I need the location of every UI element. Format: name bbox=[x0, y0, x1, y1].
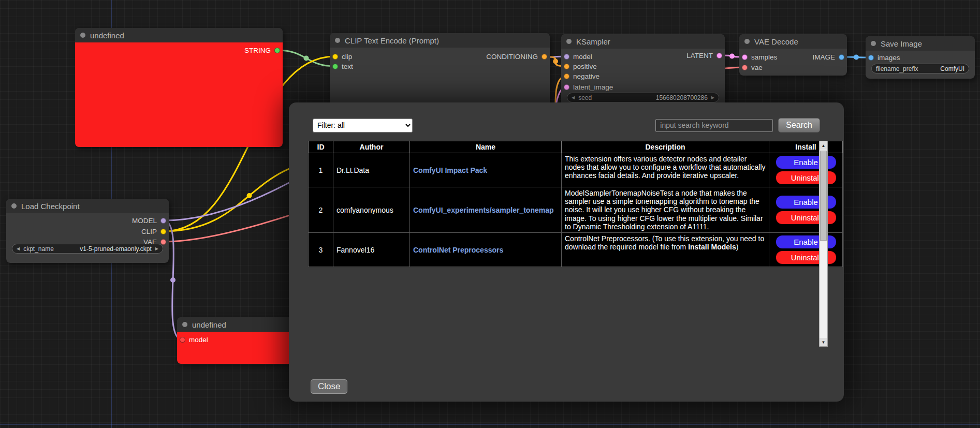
link-midpoint-dot bbox=[854, 55, 859, 60]
node-load-checkpoint[interactable]: Load CheckpointMODELCLIPVAE◀ckpt_namev1-… bbox=[6, 199, 169, 263]
extension-name-link[interactable]: ComfyUI_experiments/sampler_tonemap bbox=[413, 206, 554, 214]
collapse-dot-icon[interactable] bbox=[566, 39, 572, 44]
install-button-stack: EnableUninstall bbox=[772, 155, 839, 185]
latent_image-input-dot[interactable] bbox=[564, 84, 569, 90]
ckpt_name-widget[interactable]: ◀ckpt_namev1-5-pruned-emaonly.ckpt▶ bbox=[12, 244, 163, 254]
filter-select[interactable]: Filter: all bbox=[313, 119, 413, 132]
collapse-dot-icon[interactable] bbox=[871, 41, 876, 46]
node-title-bar[interactable]: Save Image bbox=[866, 36, 975, 51]
search-input[interactable] bbox=[655, 119, 773, 132]
manager-controls: Filter: all Search bbox=[313, 118, 820, 132]
port-label: STRING bbox=[244, 47, 271, 54]
widget-value: 156680208700286 bbox=[656, 94, 708, 101]
vae-input-dot[interactable] bbox=[742, 65, 748, 70]
seed-widget[interactable]: ◀seed156680208700286▶ bbox=[567, 93, 719, 102]
scrollbar-thumb[interactable] bbox=[820, 151, 827, 241]
extension-row: 3Fannovel16ControlNet PreprocessorsContr… bbox=[309, 233, 843, 267]
collapse-dot-icon[interactable] bbox=[744, 39, 750, 44]
images-input-dot[interactable] bbox=[868, 55, 874, 61]
node-undefined-bottom[interactable]: undefinedmodel bbox=[177, 317, 292, 364]
positive-input-port[interactable]: positive bbox=[561, 62, 725, 71]
node-title-bar[interactable]: CLIP Text Encode (Prompt) bbox=[330, 33, 550, 48]
text-input-dot[interactable] bbox=[332, 64, 338, 69]
extension-name-link[interactable]: ComfyUI Impact Pack bbox=[413, 166, 487, 174]
images-input-port[interactable]: images bbox=[866, 53, 975, 62]
MODEL-output-dot[interactable] bbox=[160, 218, 166, 224]
column-header-name: Name bbox=[410, 141, 562, 153]
id-cell: 2 bbox=[309, 187, 333, 233]
column-header-id: ID bbox=[309, 141, 333, 153]
negative-input-dot[interactable] bbox=[564, 73, 569, 79]
port-label: latent_image bbox=[573, 83, 613, 91]
collapse-dot-icon[interactable] bbox=[335, 38, 340, 43]
LATENT-output-port[interactable]: LATENT bbox=[561, 51, 725, 60]
CLIP-output-dot[interactable] bbox=[160, 229, 166, 234]
close-button[interactable]: Close bbox=[311, 379, 347, 394]
author-cell: Fannovel16 bbox=[333, 233, 410, 267]
node-clip-text-encode[interactable]: CLIP Text Encode (Prompt)cliptextCONDITI… bbox=[330, 33, 550, 111]
node-title-bar[interactable]: KSampler bbox=[561, 34, 725, 49]
widget-value: v1-5-pruned-emaonly.ckpt bbox=[80, 245, 152, 253]
node-undefined-top[interactable]: undefinedSTRING bbox=[75, 28, 283, 147]
widget-label: filename_prefix bbox=[876, 65, 918, 72]
model-input-port[interactable]: model bbox=[177, 335, 292, 344]
widget-label: seed bbox=[578, 94, 592, 101]
MODEL-output-port[interactable]: MODEL bbox=[6, 216, 169, 225]
positive-input-dot[interactable] bbox=[564, 64, 569, 69]
node-title-bar[interactable]: undefined bbox=[75, 28, 283, 42]
collapse-dot-icon[interactable] bbox=[11, 203, 17, 209]
port-label: vae bbox=[751, 64, 763, 71]
node-title-bar[interactable]: undefined bbox=[177, 317, 292, 332]
scrollbar[interactable]: ▲ ▼ bbox=[819, 141, 828, 347]
extension-row: 2comfyanonymousComfyUI_experiments/sampl… bbox=[309, 187, 843, 233]
arrow-right-icon[interactable]: ▶ bbox=[711, 95, 714, 100]
node-ksampler[interactable]: KSamplermodelpositivenegativelatent_imag… bbox=[561, 34, 725, 110]
description-segment: Install Models bbox=[688, 243, 736, 251]
search-button[interactable]: Search bbox=[778, 118, 820, 132]
arrow-left-icon[interactable]: ◀ bbox=[572, 95, 575, 100]
negative-input-port[interactable]: negative bbox=[561, 71, 725, 81]
scroll-down-icon[interactable]: ▼ bbox=[820, 338, 827, 346]
link-midpoint-dot bbox=[170, 277, 175, 283]
IMAGE-output-dot[interactable] bbox=[839, 54, 844, 60]
node-save-image[interactable]: Save Imageimagesfilename_prefixComfyUI bbox=[866, 36, 975, 79]
scroll-up-icon[interactable]: ▲ bbox=[820, 141, 827, 150]
column-header-description: Description bbox=[562, 141, 769, 153]
STRING-output-dot[interactable] bbox=[274, 48, 280, 53]
widget-label: ckpt_name bbox=[23, 245, 54, 253]
extension-table: IDAuthorNameDescriptionInstall 1Dr.Lt.Da… bbox=[308, 141, 843, 267]
custom-nodes-manager-dialog: Filter: all Search IDAuthorNameDescripti… bbox=[289, 102, 844, 402]
node-vae-decode[interactable]: VAE DecodesamplesvaeIMAGE bbox=[739, 34, 847, 76]
install-cell: EnableUninstall bbox=[769, 187, 843, 233]
description-segment: ) bbox=[736, 243, 739, 251]
text-input-port[interactable]: text bbox=[330, 62, 550, 71]
node-title-bar[interactable]: VAE Decode bbox=[739, 34, 847, 49]
link-midpoint-dot bbox=[304, 56, 309, 61]
IMAGE-output-port[interactable]: IMAGE bbox=[739, 52, 847, 62]
arrow-left-icon[interactable]: ◀ bbox=[17, 246, 20, 251]
CONDITIONING-output-port[interactable]: CONDITIONING bbox=[330, 52, 550, 61]
port-label: model bbox=[189, 336, 208, 344]
id-cell: 3 bbox=[309, 233, 333, 267]
CLIP-output-port[interactable]: CLIP bbox=[6, 227, 169, 236]
filename_prefix-widget[interactable]: filename_prefixComfyUI bbox=[871, 64, 969, 73]
STRING-output-port[interactable]: STRING bbox=[75, 46, 283, 55]
model-input-dot[interactable] bbox=[180, 337, 185, 343]
vae-input-port[interactable]: vae bbox=[739, 63, 847, 72]
latent_image-input-port[interactable]: latent_image bbox=[561, 82, 725, 92]
port-label: positive bbox=[573, 63, 597, 70]
extension-list: IDAuthorNameDescriptionInstall 1Dr.Lt.Da… bbox=[308, 141, 828, 347]
VAE-output-dot[interactable] bbox=[160, 239, 166, 245]
CONDITIONING-output-dot[interactable] bbox=[542, 54, 547, 60]
arrow-right-icon[interactable]: ▶ bbox=[155, 246, 158, 251]
collapse-dot-icon[interactable] bbox=[182, 322, 187, 327]
link-midpoint-dot bbox=[729, 54, 735, 59]
LATENT-output-dot[interactable] bbox=[716, 53, 722, 58]
node-title: undefined bbox=[192, 320, 226, 329]
extension-name-link[interactable]: ControlNet Preprocessors bbox=[413, 246, 503, 254]
port-label: MODEL bbox=[132, 217, 157, 225]
table-body: 1Dr.Lt.DataComfyUI Impact PackThis exten… bbox=[309, 153, 843, 267]
collapse-dot-icon[interactable] bbox=[80, 33, 85, 38]
node-title-bar[interactable]: Load Checkpoint bbox=[6, 199, 169, 213]
table-header-row: IDAuthorNameDescriptionInstall bbox=[309, 141, 843, 153]
